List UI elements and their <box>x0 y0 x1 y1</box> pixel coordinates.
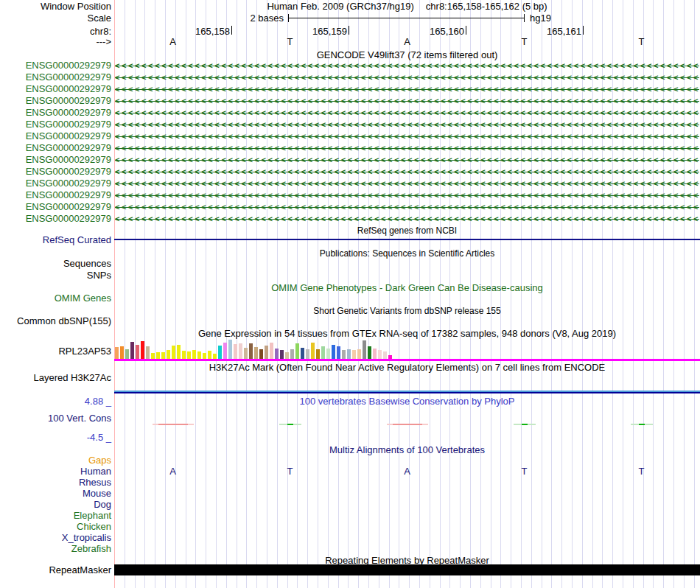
gtex-tissue-bar[interactable] <box>130 342 134 359</box>
refseq-track-title[interactable]: RefSeq genes from NCBI <box>114 225 700 236</box>
multiz-species-label-rhesus[interactable]: Rhesus <box>0 477 111 488</box>
gtex-tissue-bar[interactable] <box>213 354 217 359</box>
gene-transcript-row[interactable]: <<<<<<<<<<<<<<<<<<<<<<<<<<<<<<<<<<<<<<<<… <box>115 190 699 200</box>
multiz-species-label-elephant[interactable]: Elephant <box>0 511 111 521</box>
gtex-tissue-bar[interactable] <box>295 343 299 359</box>
gene-transcript-row[interactable]: <<<<<<<<<<<<<<<<<<<<<<<<<<<<<<<<<<<<<<<<… <box>115 202 699 212</box>
gene-id-label[interactable]: ENSG00000292979 <box>0 202 111 212</box>
gtex-tissue-bar[interactable] <box>156 352 160 359</box>
gtex-tissue-bar[interactable] <box>311 343 315 359</box>
gtex-tissue-bar[interactable] <box>203 353 206 359</box>
omim-track-label[interactable]: OMIM Genes <box>0 293 111 304</box>
gtex-tissue-bar[interactable] <box>383 351 387 359</box>
gtex-tissue-bar[interactable] <box>316 349 320 359</box>
gtex-tissue-bar[interactable] <box>306 349 309 359</box>
gtex-tissue-bar[interactable] <box>234 344 237 359</box>
gene-transcript-row[interactable]: <<<<<<<<<<<<<<<<<<<<<<<<<<<<<<<<<<<<<<<<… <box>115 131 699 141</box>
gene-id-label[interactable]: ENSG00000292979 <box>0 167 111 177</box>
gene-id-label[interactable]: ENSG00000292979 <box>0 72 111 83</box>
gene-transcript-row[interactable]: <<<<<<<<<<<<<<<<<<<<<<<<<<<<<<<<<<<<<<<<… <box>115 72 699 83</box>
gtex-tissue-bar[interactable] <box>136 345 139 359</box>
phylop-track-title[interactable]: 100 vertebrates Basewise Conservation by… <box>114 396 700 407</box>
gene-transcript-row[interactable]: <<<<<<<<<<<<<<<<<<<<<<<<<<<<<<<<<<<<<<<<… <box>115 178 699 189</box>
gene-transcript-row[interactable]: <<<<<<<<<<<<<<<<<<<<<<<<<<<<<<<<<<<<<<<<… <box>115 143 699 153</box>
gtex-tissue-bar[interactable] <box>342 350 346 359</box>
gtex-tissue-bar[interactable] <box>363 340 366 359</box>
multiz-species-label-mouse[interactable]: Mouse <box>0 489 111 499</box>
gencode-track-title[interactable]: GENCODE V49lift37 (72 items filtered out… <box>114 50 700 60</box>
gene-id-label[interactable]: ENSG00000292979 <box>0 178 111 189</box>
gtex-tissue-bar[interactable] <box>208 351 211 359</box>
gtex-tissue-bar[interactable] <box>141 341 144 359</box>
gene-transcript-row[interactable]: <<<<<<<<<<<<<<<<<<<<<<<<<<<<<<<<<<<<<<<<… <box>115 119 699 130</box>
gtex-tissue-bar[interactable] <box>228 340 232 359</box>
omim-track-title[interactable]: OMIM Gene Phenotypes - Dark Green Can Be… <box>114 283 700 293</box>
gene-transcript-row[interactable]: <<<<<<<<<<<<<<<<<<<<<<<<<<<<<<<<<<<<<<<<… <box>115 155 699 165</box>
gene-id-label[interactable]: ENSG00000292979 <box>0 131 111 141</box>
gtex-tissue-bar[interactable] <box>182 351 186 359</box>
phylop-track-label[interactable]: 100 Vert. Cons <box>0 413 111 424</box>
refseq-curated-item[interactable] <box>114 239 700 240</box>
gene-id-label[interactable]: ENSG00000292979 <box>0 84 111 94</box>
gene-id-label[interactable]: ENSG00000292979 <box>0 143 111 153</box>
gtex-tissue-bar[interactable] <box>259 349 263 359</box>
gene-id-label[interactable]: ENSG00000292979 <box>0 60 111 71</box>
gtex-tissue-bar[interactable] <box>275 349 279 359</box>
gtex-tissue-bar[interactable] <box>254 347 258 359</box>
gene-id-label[interactable]: ENSG00000292979 <box>0 155 111 165</box>
gtex-tissue-bar[interactable] <box>244 348 248 359</box>
gene-id-label[interactable]: ENSG00000292979 <box>0 190 111 200</box>
gtex-tissue-bar[interactable] <box>223 343 227 359</box>
gtex-tissue-bar[interactable] <box>326 349 330 359</box>
multiz-species-label-x_tropicalis[interactable]: X_tropicalis <box>0 533 111 543</box>
gtex-tissue-bar[interactable] <box>115 347 119 359</box>
gtex-tissue-bar[interactable] <box>218 346 222 359</box>
gtex-track-title[interactable]: Gene Expression in 54 tissues from GTEx … <box>114 329 700 339</box>
gene-transcript-row[interactable]: <<<<<<<<<<<<<<<<<<<<<<<<<<<<<<<<<<<<<<<<… <box>115 108 699 118</box>
gtex-tissue-bar[interactable] <box>285 352 289 359</box>
gene-id-label[interactable]: ENSG00000292979 <box>0 108 111 118</box>
gtex-tissue-bar[interactable] <box>249 343 253 359</box>
gtex-tissue-bar[interactable] <box>337 346 340 359</box>
gtex-tissue-bar[interactable] <box>378 350 382 359</box>
gtex-tissue-bar[interactable] <box>321 346 325 359</box>
repeatmasker-element-bar[interactable] <box>114 564 700 575</box>
gtex-gene-label[interactable]: RPL23AP53 <box>0 346 111 357</box>
gtex-tissue-bar[interactable] <box>301 348 304 359</box>
sequences-track-label[interactable]: Sequences <box>0 259 111 269</box>
gene-transcript-row[interactable]: <<<<<<<<<<<<<<<<<<<<<<<<<<<<<<<<<<<<<<<<… <box>115 60 699 71</box>
gtex-tissue-bar[interactable] <box>151 353 155 359</box>
gtex-tissue-bar[interactable] <box>368 346 371 359</box>
snps-track-label[interactable]: SNPs <box>0 270 111 281</box>
multiz-species-label-chicken[interactable]: Chicken <box>0 522 111 532</box>
gtex-tissue-bar[interactable] <box>290 349 294 359</box>
gtex-tissue-bar[interactable] <box>167 350 170 359</box>
gene-id-label[interactable]: ENSG00000292979 <box>0 96 111 106</box>
gtex-tissue-bar[interactable] <box>120 346 124 359</box>
gtex-tissue-bar[interactable] <box>332 345 335 359</box>
multiz-species-label-gaps[interactable]: Gaps <box>0 455 111 466</box>
gtex-tissue-bar[interactable] <box>239 343 242 359</box>
h3k27ac-track-label[interactable]: Layered H3K27Ac <box>0 373 111 383</box>
gtex-tissue-bar[interactable] <box>357 349 361 359</box>
gtex-tissue-bar[interactable] <box>270 343 273 359</box>
multiz-species-label-dog[interactable]: Dog <box>0 500 111 510</box>
gtex-tissue-bar[interactable] <box>352 350 356 359</box>
gene-id-label[interactable]: ENSG00000292979 <box>0 214 111 224</box>
gtex-tissue-bar[interactable] <box>197 351 201 359</box>
gene-transcript-row[interactable]: <<<<<<<<<<<<<<<<<<<<<<<<<<<<<<<<<<<<<<<<… <box>115 96 699 106</box>
repeatmasker-track-label[interactable]: RepeatMasker <box>0 565 111 575</box>
gene-transcript-row[interactable]: <<<<<<<<<<<<<<<<<<<<<<<<<<<<<<<<<<<<<<<<… <box>115 84 699 94</box>
gene-transcript-row[interactable]: <<<<<<<<<<<<<<<<<<<<<<<<<<<<<<<<<<<<<<<<… <box>115 214 699 224</box>
gtex-tissue-bar[interactable] <box>347 349 351 359</box>
strand-arrow-label[interactable]: ---> <box>0 37 111 47</box>
multiz-track-title[interactable]: Multiz Alignments of 100 Vertebrates <box>114 445 700 455</box>
h3k27ac-track-title[interactable]: H3K27Ac Mark (Often Found Near Active Re… <box>114 363 700 373</box>
gtex-tissue-bar[interactable] <box>146 346 150 359</box>
gtex-tissue-bar[interactable] <box>280 350 284 359</box>
gtex-tissue-bar[interactable] <box>187 351 191 359</box>
gene-id-label[interactable]: ENSG00000292979 <box>0 119 111 130</box>
gtex-tissue-bar[interactable] <box>192 350 196 359</box>
gtex-tissue-bar[interactable] <box>177 345 181 359</box>
dbsnp-track-title[interactable]: Short Genetic Variants from dbSNP releas… <box>114 306 700 316</box>
